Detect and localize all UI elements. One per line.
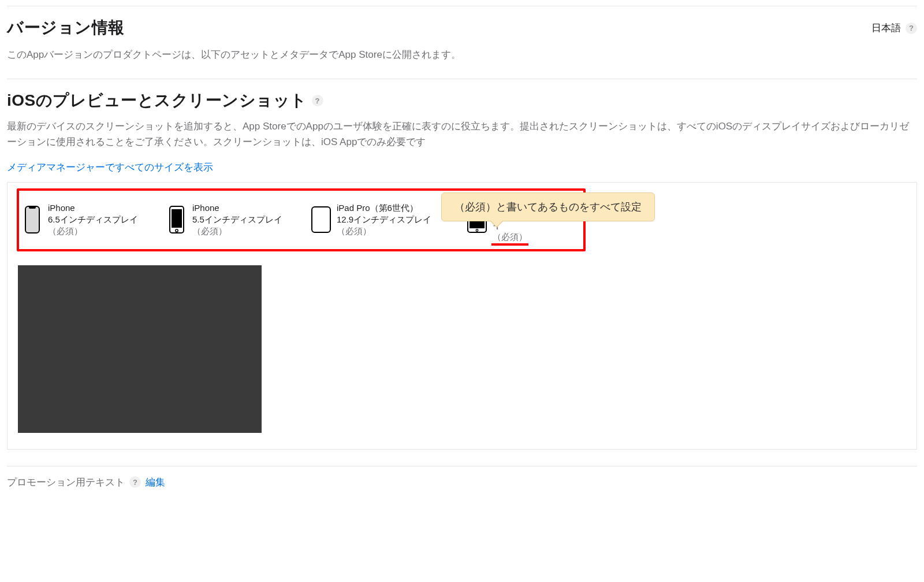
device-required: （必須） — [493, 231, 527, 243]
version-info-title: バージョン情報 — [7, 17, 461, 39]
device-tab-ipad-6gen[interactable]: iPad Pro（第6世代） 12.9インチディスプレイ （必須） — [310, 200, 460, 240]
device-tab-iphone-6-5[interactable]: iPhone 6.5インチディスプレイ （必須） — [21, 200, 160, 240]
screenshot-panel: iPhone 6.5インチディスプレイ （必須） iPhone 5.5インチディ… — [7, 182, 917, 450]
promo-text-row: プロモーション用テキスト ? 編集 — [7, 466, 917, 490]
svg-rect-5 — [312, 207, 330, 232]
preview-title-text: iOSのプレビューとスクリーンショット — [7, 90, 307, 112]
device-display: 5.5インチディスプレイ — [192, 214, 282, 225]
device-required: （必須） — [337, 225, 371, 237]
device-required: （必須） — [48, 225, 83, 237]
annotation-text: （必須）と書いてあるものをすべて設定 — [441, 192, 655, 221]
svg-rect-0 — [25, 206, 39, 233]
annotation-callout: （必須）と書いてあるものをすべて設定 — [441, 192, 655, 221]
svg-rect-3 — [172, 209, 182, 228]
edit-link[interactable]: 編集 — [146, 476, 165, 489]
device-name: iPhone — [48, 202, 138, 214]
device-tab-iphone-5-5[interactable]: iPhone 5.5インチディスプレイ （必須） — [166, 200, 304, 240]
svg-rect-1 — [29, 206, 36, 209]
language-selector[interactable]: 日本語 ? — [871, 17, 917, 35]
screenshot-placeholder[interactable] — [18, 265, 262, 433]
media-manager-link[interactable]: メディアマネージャーですべてのサイズを表示 — [7, 162, 213, 173]
language-label: 日本語 — [871, 21, 901, 35]
device-name: iPad Pro（第6世代） — [337, 202, 431, 214]
help-icon[interactable]: ? — [312, 95, 323, 106]
iphone-home-icon — [167, 205, 187, 234]
preview-title: iOSのプレビューとスクリーンショット ? — [7, 90, 917, 112]
help-icon[interactable]: ? — [129, 476, 141, 488]
ipad-thin-bezel-icon — [311, 205, 331, 234]
version-info-description: このAppバージョンのプロダクトページは、以下のアセットとメタデータでApp S… — [7, 47, 461, 62]
device-display: 12.9インチディスプレイ — [337, 214, 431, 225]
version-info-section: バージョン情報 このAppバージョンのプロダクトページは、以下のアセットとメタデ… — [7, 6, 917, 79]
device-display: 6.5インチディスプレイ — [48, 214, 138, 225]
device-name: iPhone — [192, 202, 282, 214]
device-required: （必須） — [192, 225, 227, 237]
iphone-notch-icon — [23, 205, 42, 234]
preview-section: （必須）と書いてあるものをすべて設定 iOSのプレビューとスクリーンショット ?… — [7, 79, 917, 465]
promo-label: プロモーション用テキスト — [7, 476, 125, 489]
help-icon[interactable]: ? — [906, 23, 917, 34]
preview-description: 最新のデバイスのスクリーンショットを追加すると、App StoreでのAppのユ… — [7, 118, 917, 150]
